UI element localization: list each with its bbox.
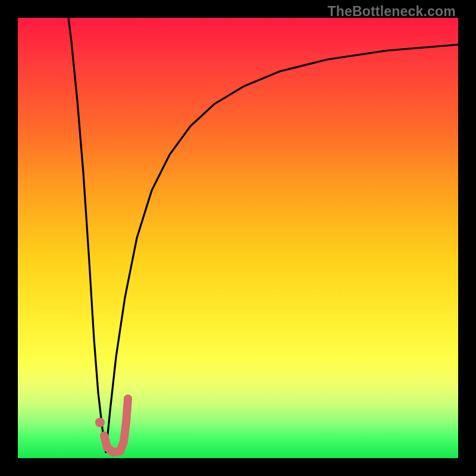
left-curve xyxy=(68,18,106,452)
chart-svg xyxy=(18,18,458,458)
marker-dot xyxy=(95,418,105,427)
right-curve xyxy=(106,45,458,452)
chart-frame: TheBottleneck.com xyxy=(0,0,476,476)
watermark-text: TheBottleneck.com xyxy=(327,4,456,20)
plot-area xyxy=(18,18,458,458)
